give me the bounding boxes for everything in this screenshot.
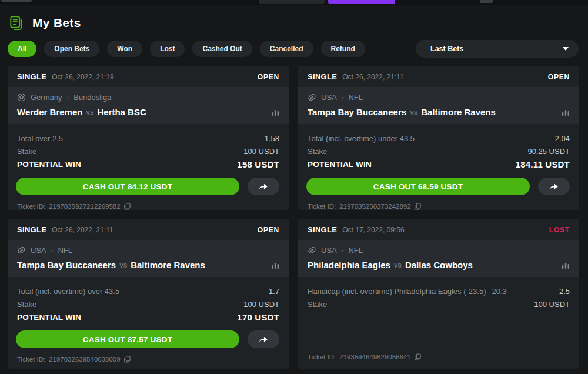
- bet-type: SINGLE: [308, 225, 337, 234]
- stake-value: 90.25 USDT: [527, 147, 570, 156]
- copy-icon[interactable]: [124, 356, 131, 363]
- filter-open-bets[interactable]: Open Bets: [44, 41, 99, 57]
- status-badge: OPEN: [258, 73, 279, 81]
- bet-details: Handicap (incl. overtime) Philadelphia E…: [298, 277, 579, 310]
- stats-bars-icon[interactable]: [562, 109, 570, 116]
- stake-row: Stake 100 USDT: [17, 145, 279, 158]
- meta-separator: ›: [342, 94, 344, 101]
- american-football-icon: [308, 93, 316, 102]
- share-button[interactable]: [538, 178, 570, 195]
- bet-date: Oct 26, 2022, 21:11: [342, 73, 404, 81]
- filter-won[interactable]: Won: [107, 41, 142, 57]
- away-team: Hertha BSC: [97, 107, 146, 117]
- page-header: My Bets: [8, 14, 588, 32]
- topbar-purple-button[interactable]: [328, 0, 395, 4]
- stats-bars-icon[interactable]: [562, 262, 570, 269]
- match-score: 20:3: [492, 287, 506, 296]
- bet-card: SINGLE Oct 26, 2022, 21:11 OPEN USA › NF…: [8, 219, 289, 369]
- ticket-row: Ticket ID: 2197035250373242892: [308, 203, 570, 210]
- cash-out-button[interactable]: CASH OUT 68.59 USDT: [306, 178, 530, 195]
- ticket-row: Ticket ID: 2193594649829056641: [308, 353, 570, 360]
- potential-win-row: POTENTIAL WIN 158 USDT: [17, 158, 279, 171]
- event-country: USA: [31, 246, 46, 255]
- filter-cashed-out[interactable]: Cashed Out: [192, 41, 252, 57]
- bet-selection-row: Total (incl. overtime) under 43.5 2.04: [308, 132, 570, 145]
- my-bets-ticket-icon: [8, 15, 25, 32]
- event-meta: USA › NFL: [17, 246, 279, 255]
- filter-all[interactable]: All: [8, 41, 36, 57]
- meta-separator: ›: [66, 94, 69, 101]
- bet-details: Total (incl. overtime) under 43.5 2.04 S…: [298, 124, 579, 171]
- american-football-icon: [17, 246, 26, 255]
- stake-label: Stake: [17, 147, 36, 156]
- bets-grid: SINGLE Oct 26, 2022, 21:19 OPEN Germany …: [8, 66, 579, 369]
- soccer-ball-icon: [17, 93, 26, 102]
- odds-value: 2.5: [559, 287, 570, 296]
- cash-out-button[interactable]: CASH OUT 87.57 USDT: [16, 330, 239, 348]
- page-title: My Bets: [32, 16, 81, 30]
- status-badge: OPEN: [258, 226, 279, 234]
- ticket-id-value: 2197035927212269582: [49, 203, 121, 210]
- stake-row: Stake 100 USDT: [17, 298, 279, 310]
- event-league: NFL: [58, 246, 72, 255]
- filter-cancelled[interactable]: Cancelled: [260, 41, 313, 57]
- event-league: NFL: [348, 246, 363, 255]
- status-badge: OPEN: [548, 73, 570, 81]
- bet-card: SINGLE Oct 17, 2022, 09:56 LOST USA › NF…: [298, 219, 579, 369]
- event-league: NFL: [348, 93, 363, 102]
- filter-refund[interactable]: Refund: [321, 41, 365, 57]
- cash-out-button[interactable]: CASH OUT 84.12 USDT: [16, 178, 239, 195]
- sort-dropdown[interactable]: Last Bets: [416, 40, 579, 58]
- stats-bars-icon[interactable]: [271, 262, 279, 269]
- event-title: Werder Bremen vs Hertha BSC: [17, 107, 279, 117]
- filter-lost[interactable]: Lost: [150, 41, 185, 57]
- topbar-fragment: [259, 0, 325, 4]
- vs-label: vs: [410, 108, 417, 116]
- bet-card-header: SINGLE Oct 26, 2022, 21:11 OPEN: [8, 219, 289, 240]
- bet-date: Oct 26, 2022, 21:19: [52, 73, 113, 81]
- away-team: Baltimore Ravens: [131, 260, 205, 270]
- odds-value: 2.04: [555, 134, 570, 143]
- bet-card: SINGLE Oct 26, 2022, 21:19 OPEN Germany …: [8, 66, 289, 210]
- ticket-row: Ticket ID: 2197035927212269582: [17, 203, 279, 210]
- ticket-id-value: 2197032639540638009: [49, 356, 121, 363]
- event-block: USA › NFL Tampa Bay Buccaneers vs Baltim…: [298, 87, 579, 124]
- home-team: Tampa Bay Buccaneers: [308, 107, 406, 117]
- odds-value: 1.58: [265, 134, 279, 143]
- chevron-down-icon: [563, 47, 569, 51]
- bet-card-header: SINGLE Oct 26, 2022, 21:11 OPEN: [298, 66, 579, 87]
- copy-icon[interactable]: [124, 203, 131, 210]
- copy-icon[interactable]: [415, 203, 421, 210]
- ticket-id-value: 2197035250373242892: [339, 203, 411, 210]
- event-country: USA: [321, 246, 337, 255]
- potential-win-value: 170 USDT: [237, 312, 279, 322]
- bet-card-header: SINGLE Oct 17, 2022, 09:56 LOST: [298, 219, 579, 240]
- copy-icon[interactable]: [415, 353, 421, 360]
- event-meta: USA › NFL: [308, 246, 570, 255]
- bet-selection-label: Total over 2.5: [17, 134, 63, 143]
- ticket-id-label: Ticket ID:: [17, 203, 45, 210]
- event-title: Tampa Bay Buccaneers vs Baltimore Ravens: [17, 260, 279, 270]
- potential-win-value: 184.11 USDT: [516, 159, 570, 169]
- ticket-id-label: Ticket ID:: [308, 353, 336, 360]
- stats-bars-icon[interactable]: [271, 109, 279, 116]
- bet-details: Total over 2.5 1.58 Stake 100 USDT POTEN…: [8, 124, 289, 171]
- ticket-id-value: 2193594649829056641: [339, 353, 411, 360]
- potential-win-label: POTENTIAL WIN: [308, 160, 372, 169]
- potential-win-value: 158 USDT: [237, 159, 279, 169]
- share-button[interactable]: [248, 178, 279, 195]
- bet-type: SINGLE: [17, 72, 46, 81]
- card-actions: CASH OUT 84.12 USDT: [16, 178, 279, 195]
- vs-label: vs: [394, 261, 402, 269]
- meta-separator: ›: [51, 247, 54, 254]
- share-button[interactable]: [248, 330, 279, 348]
- bet-card-header: SINGLE Oct 26, 2022, 21:19 OPEN: [8, 66, 289, 87]
- stake-value: 100 USDT: [534, 300, 570, 309]
- ticket-row: Ticket ID: 2197032639540638009: [17, 356, 279, 363]
- spacer: [298, 310, 579, 353]
- share-arrow-icon: [258, 336, 269, 343]
- stake-label: Stake: [17, 300, 36, 309]
- event-league: Bundesliga: [74, 93, 111, 102]
- event-meta: USA › NFL: [308, 93, 570, 102]
- event-meta: Germany › Bundesliga: [17, 93, 279, 102]
